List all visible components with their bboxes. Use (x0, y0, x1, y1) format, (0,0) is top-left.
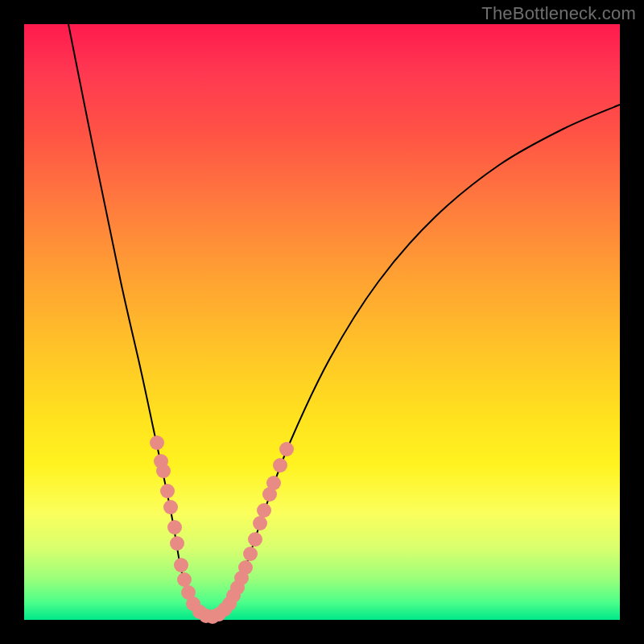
data-dot (167, 520, 182, 535)
data-dot (266, 476, 281, 490)
data-dot (248, 532, 262, 547)
data-dot (163, 500, 178, 514)
data-dot (174, 558, 188, 572)
data-dot (257, 503, 271, 518)
chart-frame: TheBottleneck.com (0, 0, 644, 644)
curve-dots (150, 436, 294, 624)
watermark-text: TheBottleneck.com (481, 3, 636, 24)
data-dot (243, 547, 258, 561)
data-dot (177, 572, 192, 587)
data-dot (253, 516, 267, 530)
bottleneck-curve (68, 24, 620, 617)
data-dot (150, 436, 164, 450)
data-dot (238, 560, 253, 575)
chart-svg (24, 24, 620, 620)
data-dot (170, 536, 184, 551)
data-dot (279, 442, 294, 456)
data-dot (160, 484, 175, 498)
data-dot (273, 458, 287, 473)
data-dot (156, 464, 171, 478)
